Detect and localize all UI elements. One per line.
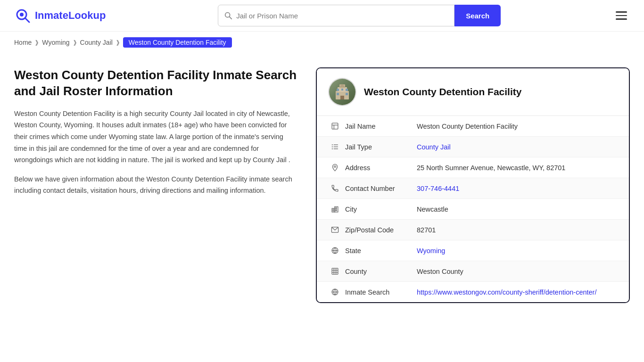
jail-icon: [328, 122, 341, 130]
search-icon: [224, 11, 232, 20]
info-card: Weston County Detention Facility Jail Na…: [316, 67, 630, 303]
breadcrumb-sep: ❱: [73, 39, 77, 46]
breadcrumb-county-jail[interactable]: County Jail: [80, 39, 113, 46]
breadcrumb-wyoming[interactable]: Wyoming: [42, 39, 69, 46]
table-row: City Newcastle: [317, 199, 629, 220]
hamburger-line: [616, 15, 627, 16]
hamburger-menu[interactable]: [613, 8, 630, 23]
row-label: City: [341, 206, 417, 213]
row-label: State: [341, 247, 417, 255]
svg-rect-11: [337, 89, 339, 91]
breadcrumb-home[interactable]: Home: [14, 39, 32, 46]
row-label: Jail Type: [341, 143, 417, 151]
globe-icon: [328, 247, 341, 255]
row-value: Wyoming: [417, 247, 618, 255]
list-icon: [328, 143, 341, 151]
breadcrumb-current: Weston County Detention Facility: [123, 37, 232, 48]
row-value: 307-746-4441: [417, 185, 618, 192]
svg-point-22: [331, 146, 332, 147]
row-value: https://www.westongov.com/county-sheriff…: [417, 288, 618, 296]
table-row: Inmate Search https://www.westongov.com/…: [317, 282, 629, 302]
table-row: Contact Number 307-746-4441: [317, 178, 629, 199]
card-header: Weston County Detention Facility: [317, 68, 629, 116]
row-value: 25 North Sumner Avenue, Newcastle, WY, 8…: [417, 164, 618, 172]
page-title: Weston County Detention Facility Inmate …: [14, 67, 297, 99]
svg-rect-12: [346, 89, 348, 91]
svg-point-21: [331, 144, 332, 145]
hamburger-line: [616, 11, 627, 13]
row-value: Weston County: [417, 268, 618, 275]
table-row: State Wyoming: [317, 240, 629, 261]
search-button[interactable]: Search: [454, 5, 501, 26]
svg-rect-9: [337, 93, 339, 95]
hamburger-line: [616, 18, 627, 20]
search-input[interactable]: [232, 12, 448, 20]
table-row: Jail Type County Jail: [317, 137, 629, 157]
breadcrumb: Home ❱ Wyoming ❱ County Jail ❱ Weston Co…: [0, 32, 644, 53]
location-icon: [328, 164, 341, 172]
row-label: Contact Number: [341, 185, 417, 192]
logo[interactable]: InmateLookup: [14, 7, 106, 24]
county-icon: [328, 267, 341, 275]
row-label: Zip/Postal Code: [341, 226, 417, 234]
table-row: Zip/Postal Code 82701: [317, 220, 629, 240]
table-row: Jail Name Weston County Detention Facili…: [317, 116, 629, 137]
row-label: Inmate Search: [341, 288, 417, 296]
row-value: County Jail: [417, 143, 618, 151]
svg-rect-13: [341, 89, 343, 90]
mail-icon: [328, 226, 341, 234]
row-value: 82701: [417, 226, 618, 234]
info-table: Jail Name Weston County Detention Facili…: [317, 116, 629, 302]
svg-rect-30: [335, 210, 336, 211]
right-column: Weston County Detention Facility Jail Na…: [316, 67, 630, 303]
svg-rect-29: [335, 208, 336, 209]
building-icon: [333, 82, 352, 101]
svg-point-1: [20, 13, 24, 16]
row-label: Jail Name: [341, 123, 417, 130]
search-web-icon: [328, 288, 341, 296]
svg-line-4: [230, 17, 232, 19]
svg-point-23: [331, 148, 332, 149]
svg-rect-15: [332, 123, 338, 129]
card-title: Weston County Detention Facility: [364, 86, 521, 98]
state-link[interactable]: Wyoming: [417, 247, 445, 255]
svg-point-24: [334, 166, 336, 168]
svg-rect-10: [346, 93, 348, 95]
phone-icon: [328, 184, 341, 192]
row-label: County: [341, 268, 417, 275]
row-value: Newcastle: [417, 206, 618, 213]
page-description-2: Below we have given information about th…: [14, 173, 297, 197]
main-content: Weston County Detention Facility Inmate …: [0, 53, 644, 317]
jail-type-link[interactable]: County Jail: [417, 143, 451, 151]
logo-text: InmateLookup: [35, 9, 106, 22]
header: InmateLookup Search: [0, 0, 644, 32]
breadcrumb-sep: ❱: [34, 39, 39, 46]
logo-icon: [14, 7, 31, 24]
facility-avatar: [328, 78, 356, 106]
search-area: Search: [218, 5, 501, 26]
left-column: Weston County Detention Facility Inmate …: [14, 67, 316, 303]
table-row: County Weston County: [317, 261, 629, 282]
row-label: Address: [341, 164, 417, 172]
inmate-search-link[interactable]: https://www.westongov.com/county-sheriff…: [417, 288, 596, 296]
table-row: Address 25 North Sumner Avenue, Newcastl…: [317, 157, 629, 178]
svg-rect-8: [340, 96, 344, 99]
page-description-1: Weston County Detention Facility is a hi…: [14, 108, 297, 166]
phone-link[interactable]: 307-746-4441: [417, 185, 459, 192]
city-icon: [328, 205, 341, 213]
breadcrumb-sep: ❱: [116, 39, 120, 46]
svg-line-2: [25, 18, 29, 22]
search-wrapper: [218, 5, 454, 26]
row-value: Weston County Detention Facility: [417, 123, 618, 130]
svg-rect-33: [332, 268, 338, 274]
